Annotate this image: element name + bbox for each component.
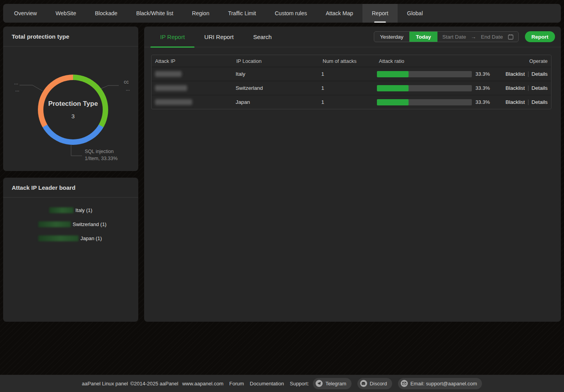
table-row: Japan 1 33.3% Blacklist Details (152, 95, 551, 109)
protection-panel-title: Total protection type (3, 27, 138, 46)
blacklist-link[interactable]: Blacklist (505, 71, 525, 77)
discord-icon (360, 380, 367, 387)
attack-ratio-fill (377, 85, 409, 91)
nav-traffic-limit[interactable]: Traffic Limit (219, 4, 266, 23)
footer-support-label: Support: (290, 381, 309, 387)
footer-copyright: ©2014-2025 aaPanel (130, 381, 178, 387)
header-attack-ratio: Attack ratio (379, 58, 489, 64)
protection-donut-chart: Protection Type 3 ... ... cc ... SQL inj… (3, 46, 138, 171)
attack-ratio-percent: 33.3% (475, 85, 490, 91)
donut-label-left-name: ... (14, 80, 18, 86)
leaderboard-panel-title: Attack IP Leader board (3, 178, 138, 198)
date-range-control: Yesterday Today Start Date → End Date (374, 31, 518, 42)
donut-label-cc-value: ... (126, 86, 130, 92)
donut-label-sql-name: SQL injection (85, 149, 114, 154)
telegram-icon (316, 380, 323, 387)
table-header-row: Attack IP IP Location Num of attacks Att… (152, 55, 551, 67)
blacklist-link[interactable]: Blacklist (505, 85, 525, 91)
nav-report[interactable]: Report (362, 4, 398, 23)
attack-ip-redacted (155, 71, 182, 77)
donut-ring: Protection Type 3 (38, 75, 108, 145)
leaderboard-bar-redacted-ip (38, 235, 79, 241)
blacklist-link[interactable]: Blacklist (505, 99, 525, 105)
details-link[interactable]: Details (532, 99, 548, 105)
nav-global[interactable]: Global (398, 4, 432, 23)
table-row: Switzerland 1 33.3% Blacklist Details (152, 81, 551, 95)
attack-report-table: Attack IP IP Location Num of attacks Att… (151, 55, 552, 109)
nav-custom-rules[interactable]: Custom rules (266, 4, 316, 23)
header-operate: Operate (489, 58, 551, 64)
attack-ratio-bar (377, 71, 472, 77)
generate-report-button[interactable]: Report (525, 31, 555, 42)
nav-region[interactable]: Region (183, 4, 219, 23)
leaderboard-label: Japan (1) (80, 235, 102, 241)
num-attacks-cell: 1 (321, 99, 377, 105)
footer-brand: aaPanel Linux panel (82, 381, 128, 387)
attack-ratio-bar (377, 85, 472, 91)
attack-ratio-fill (377, 99, 409, 105)
leaderboard-bar-redacted-ip (38, 221, 71, 227)
report-panel: IP Report URI Report Search Yesterday To… (144, 27, 561, 322)
footer: aaPanel Linux panel ©2014-2025 aaPanel w… (0, 375, 564, 392)
details-link[interactable]: Details (532, 85, 548, 91)
donut-label-sql-value: 1/Item, 33.33% (85, 156, 118, 161)
leaderboard-row: Italy (1) (3, 207, 92, 213)
calendar-icon[interactable] (508, 34, 514, 40)
action-divider (528, 100, 528, 105)
footer-site-link[interactable]: www.aapanel.com (182, 381, 223, 387)
arrow-right-icon: → (471, 34, 476, 40)
ip-location-cell: Switzerland (236, 85, 321, 91)
email-button[interactable]: Email: support@aapanel.com (398, 378, 482, 389)
nav-website[interactable]: WebSite (46, 4, 86, 23)
leaderboard-row: Switzerland (1) (3, 221, 107, 227)
total-protection-type-panel: Total protection type Protection Type 3 … (3, 27, 138, 171)
attack-ip-redacted (155, 99, 192, 105)
num-attacks-cell: 1 (321, 85, 377, 91)
leaderboard-label: Italy (1) (75, 207, 92, 213)
email-icon (401, 380, 408, 387)
tab-uri-report[interactable]: URI Report (195, 27, 243, 47)
leaderboard-row: Japan (1) (3, 235, 102, 241)
num-attacks-cell: 1 (321, 71, 377, 77)
tab-ip-report[interactable]: IP Report (150, 27, 195, 47)
donut-center: Protection Type 3 (43, 80, 103, 139)
footer-forum-link[interactable]: Forum (229, 381, 244, 387)
telegram-button[interactable]: Telegram (313, 378, 351, 389)
attack-ip-redacted (155, 85, 187, 91)
report-panel-header: IP Report URI Report Search Yesterday To… (144, 27, 561, 47)
donut-center-title: Protection Type (48, 100, 98, 108)
nav-attack-map[interactable]: Attack Map (316, 4, 362, 23)
action-divider (528, 71, 528, 77)
nav-black-white-list[interactable]: Black/White list (127, 4, 183, 23)
tab-search[interactable]: Search (243, 27, 282, 47)
attack-ratio-percent: 33.3% (475, 71, 490, 77)
header-num-of-attacks: Num of attacks (323, 58, 379, 64)
footer-documentation-link[interactable]: Documentation (250, 381, 284, 387)
end-date-placeholder[interactable]: End Date (481, 34, 503, 40)
top-navigation: Overview WebSite Blockade Black/White li… (3, 4, 561, 23)
discord-button[interactable]: Discord (357, 378, 392, 389)
ip-location-cell: Japan (236, 99, 321, 105)
attack-ratio-fill (377, 71, 409, 77)
donut-label-cc-name: cc (124, 79, 129, 85)
attack-ratio-percent: 33.3% (475, 99, 490, 105)
attack-ratio-bar (377, 99, 472, 105)
attack-ip-leaderboard-panel: Attack IP Leader board Italy (1) Switzer… (3, 178, 138, 322)
yesterday-button[interactable]: Yesterday (374, 32, 409, 42)
start-date-placeholder[interactable]: Start Date (442, 34, 466, 40)
leaderboard-bar-redacted-ip (49, 207, 73, 213)
details-link[interactable]: Details (532, 71, 548, 77)
donut-label-left-value: ... (15, 87, 19, 93)
today-button[interactable]: Today (409, 32, 438, 42)
nav-blockade[interactable]: Blockade (86, 4, 127, 23)
header-attack-ip: Attack IP (152, 58, 236, 64)
leaderboard-bar-chart: Italy (1) Switzerland (1) Japan (1) (3, 198, 138, 321)
leaderboard-label: Switzerland (1) (73, 221, 107, 227)
donut-center-value: 3 (71, 113, 75, 119)
header-ip-location: IP Location (236, 58, 323, 64)
table-row: Italy 1 33.3% Blacklist Details (152, 67, 551, 81)
date-range-picker[interactable]: Start Date → End Date (437, 32, 518, 42)
ip-location-cell: Italy (236, 71, 321, 77)
nav-overview[interactable]: Overview (5, 4, 46, 23)
action-divider (528, 86, 528, 91)
